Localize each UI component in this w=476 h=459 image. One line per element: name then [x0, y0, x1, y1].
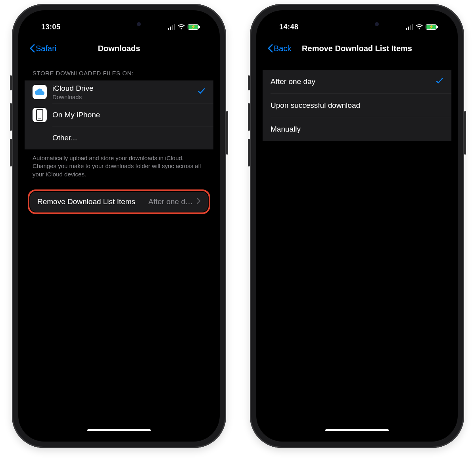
back-button[interactable]: Back: [267, 44, 291, 53]
row-on-my-iphone[interactable]: On My iPhone: [25, 103, 213, 126]
page-title: Downloads: [98, 44, 140, 53]
row-other[interactable]: Other...: [25, 126, 213, 149]
phone-left: 13:05 ⚡ Safari: [12, 4, 226, 448]
back-button[interactable]: Safari: [29, 44, 56, 53]
page-title: Remove Download List Items: [302, 44, 412, 53]
status-bar: 13:05 ⚡: [25, 17, 213, 37]
checkmark-icon: [436, 77, 443, 87]
side-button: [464, 111, 466, 155]
option-label: Upon successful download: [271, 101, 360, 110]
icloud-drive-icon: [33, 85, 47, 99]
wifi-icon: [177, 24, 185, 30]
home-indicator[interactable]: [87, 429, 151, 431]
cellular-signal-icon: [406, 24, 413, 30]
chevron-left-icon: [267, 44, 273, 53]
status-time: 14:48: [279, 23, 299, 31]
row-subtitle: Downloads: [52, 94, 192, 100]
checkmark-icon: [198, 87, 205, 97]
chevron-left-icon: [29, 44, 35, 53]
row-remove-download-list-items[interactable]: Remove Download List Items After one d…: [30, 192, 208, 212]
phone-right: 14:48 ⚡ Back: [250, 4, 464, 448]
status-bar: 14:48 ⚡: [263, 17, 451, 37]
battery-icon: ⚡: [426, 24, 438, 30]
remove-download-options-list: After one day Upon successful download M…: [263, 70, 451, 141]
iphone-icon: [33, 108, 47, 122]
navigation-bar: Safari Downloads: [25, 37, 213, 59]
section-header: Store downloaded files on:: [25, 59, 213, 80]
battery-icon: ⚡: [188, 24, 200, 30]
row-icloud-drive[interactable]: iCloud Drive Downloads: [25, 80, 213, 103]
option-manually[interactable]: Manually: [263, 117, 451, 141]
row-title: On My iPhone: [52, 111, 205, 119]
status-time: 13:05: [41, 23, 61, 31]
row-title: iCloud Drive: [52, 84, 192, 93]
back-label: Back: [274, 44, 291, 53]
section-footer: Automatically upload and store your down…: [25, 149, 213, 178]
option-upon-successful-download[interactable]: Upon successful download: [263, 94, 451, 117]
chevron-right-icon: [197, 198, 201, 206]
storage-location-list: iCloud Drive Downloads: [25, 80, 213, 149]
option-after-one-day[interactable]: After one day: [263, 70, 451, 94]
row-label: Remove Download List Items: [37, 197, 135, 206]
row-title: Other...: [52, 134, 205, 142]
side-button: [226, 111, 228, 155]
row-value: After one d…: [139, 197, 193, 206]
wifi-icon: [415, 24, 423, 30]
navigation-bar: Back Remove Download List Items: [263, 37, 451, 59]
cellular-signal-icon: [168, 24, 175, 30]
highlighted-row-callout: Remove Download List Items After one d…: [28, 189, 210, 214]
back-label: Safari: [36, 44, 56, 53]
home-indicator[interactable]: [325, 429, 389, 431]
option-label: After one day: [271, 77, 315, 86]
option-label: Manually: [271, 125, 301, 134]
